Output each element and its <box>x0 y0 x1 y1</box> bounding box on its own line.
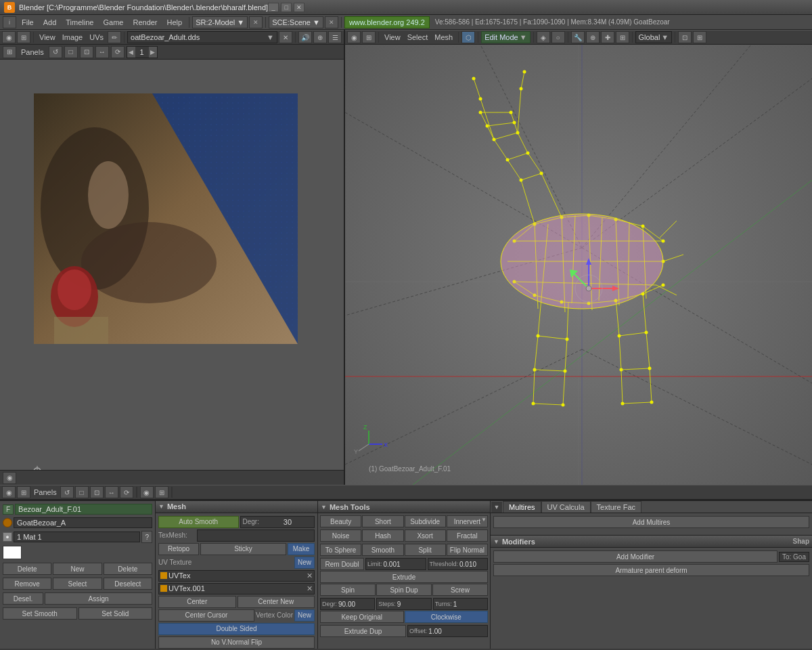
sticky-btn[interactable]: Sticky <box>200 543 286 555</box>
extrude-btn[interactable]: Extrude <box>320 571 488 583</box>
scene-name-selector[interactable]: SCE:Scene ▼ <box>269 16 323 28</box>
armature-btn[interactable]: Armature parent deform <box>493 564 809 576</box>
uv-draw-mode-icon[interactable]: ✏ <box>108 31 121 43</box>
center-new-btn[interactable]: Center New <box>238 596 315 608</box>
close-scene-icon[interactable]: ✕ <box>249 16 263 28</box>
uv-b5[interactable]: ⟳ <box>120 486 133 498</box>
menu-file[interactable]: File <box>18 17 38 28</box>
set-smooth-btn[interactable]: Set Smooth <box>3 607 77 620</box>
uv-b1[interactable]: ↺ <box>60 486 74 498</box>
uv-menu-uvs[interactable]: UVs <box>87 33 106 41</box>
tab-uv-calc[interactable]: UV Calcula <box>541 501 591 513</box>
edit-mode-selector[interactable]: Edit Mode ▼ <box>481 31 530 43</box>
uv-item-1[interactable]: UVTex ✕ <box>158 570 315 582</box>
select-mat-btn[interactable]: Select <box>53 578 102 590</box>
3d-menu-select[interactable]: Select <box>405 33 431 41</box>
uv-menu-image[interactable]: Image <box>60 33 86 41</box>
short-btn[interactable]: Short <box>362 515 403 527</box>
uv-item-2[interactable]: UVTex.001 ✕ <box>158 583 315 594</box>
smooth-btn[interactable]: Smooth <box>362 544 403 556</box>
uv-bottom-toggle[interactable]: ◉ <box>2 486 16 498</box>
new-uv-btn[interactable]: New <box>294 557 315 569</box>
delete-btn[interactable]: Delete <box>3 563 51 575</box>
3d-menu-view[interactable]: View <box>382 33 403 41</box>
uv-b4[interactable]: ↔ <box>105 486 118 498</box>
nav-next-icon[interactable]: ▶ <box>149 47 157 58</box>
auto-smooth-btn[interactable]: Auto Smooth <box>158 516 239 528</box>
layers-icon[interactable]: ⊡ <box>678 31 692 43</box>
3d-bottom-panels[interactable]: ⊞ <box>155 486 168 498</box>
fractal-btn[interactable]: Fractal <box>447 529 488 542</box>
uv-b3[interactable]: ⊡ <box>90 486 104 498</box>
uv-item-close-2[interactable]: ✕ <box>307 584 313 593</box>
multires-panel-toggle[interactable]: ▼ <box>491 501 503 513</box>
uv-menu-view[interactable]: View <box>37 33 58 41</box>
flip-normal-btn[interactable]: Flip Normal <box>447 544 488 556</box>
offset-field[interactable]: Offset: 1.00 <box>407 625 488 637</box>
steps-field[interactable]: Steps: 9 <box>376 598 431 610</box>
retopo-btn[interactable]: Retopo <box>158 543 199 555</box>
uv-icon2[interactable]: ⊕ <box>313 31 327 43</box>
make-btn[interactable]: Make <box>288 543 315 555</box>
3d-panel-icon[interactable]: ⊞ <box>362 31 376 43</box>
menu-game[interactable]: Game <box>99 17 127 28</box>
uv-bottom-panels[interactable]: ⊞ <box>17 486 30 498</box>
mat-name[interactable]: Bezoar_Adult_F.01 <box>15 504 152 515</box>
add-multires-btn[interactable]: Add Multires <box>493 516 809 528</box>
close-scene2-icon[interactable]: ✕ <box>325 16 338 28</box>
noise-btn[interactable]: Noise <box>320 529 361 542</box>
close-button[interactable]: ✕ <box>294 3 304 12</box>
to-sphere-btn[interactable]: To Sphere <box>320 544 361 556</box>
clockwise-btn[interactable]: Clockwise <box>405 611 489 623</box>
snap2-icon[interactable]: ⊕ <box>586 31 600 43</box>
modifiers-collapse-icon[interactable]: ▼ <box>493 538 499 545</box>
uv-b2[interactable]: □ <box>75 486 89 498</box>
new-mat-btn[interactable]: New <box>53 563 102 575</box>
double-sided-btn[interactable]: Double Sided <box>158 623 315 635</box>
uv-panels-icon[interactable]: ⊞ <box>3 46 16 58</box>
global-selector[interactable]: Global ▼ <box>635 31 673 43</box>
close-image-icon[interactable]: ✕ <box>279 31 292 43</box>
innervert-btn[interactable]: Innervert ▼ <box>447 515 488 527</box>
mirror-icon[interactable]: ⊞ <box>616 31 629 43</box>
uv-icon3[interactable]: ☰ <box>328 31 342 43</box>
menu-timeline[interactable]: Timeline <box>62 17 97 28</box>
image-selector[interactable]: oatBezoar_Adult.dds ▼ <box>127 31 277 43</box>
draw-type-icon[interactable]: ◈ <box>537 31 550 43</box>
tab-multires[interactable]: Multires <box>503 501 541 513</box>
xsort-btn[interactable]: Xsort <box>405 529 446 542</box>
center-cursor-btn[interactable]: Center Cursor <box>158 609 254 622</box>
proportional-icon[interactable]: ○ <box>551 31 565 43</box>
uv-nav-btn2[interactable]: □ <box>64 46 78 58</box>
uv-item-close-1[interactable]: ✕ <box>307 571 313 580</box>
3d-panel-toggle[interactable]: ◉ <box>347 31 361 43</box>
rem-doubl-btn[interactable]: Rem Doubl <box>320 558 364 570</box>
blender-url-btn[interactable]: www.blender.org 249.2 <box>344 16 430 28</box>
mesh-tools-collapse-icon[interactable]: ▼ <box>321 504 327 511</box>
3d-menu-mesh[interactable]: Mesh <box>432 33 455 41</box>
deselect-btn[interactable]: Deselect <box>104 578 152 590</box>
nav-prev-icon[interactable]: ◀ <box>127 47 135 58</box>
keep-original-btn[interactable]: Keep Original <box>320 611 404 623</box>
turns-field[interactable]: Turns: 1 <box>433 598 488 610</box>
texmesh-field[interactable] <box>197 529 315 542</box>
uv-nav-btn1[interactable]: ↺ <box>49 46 62 58</box>
subdivide-btn[interactable]: Subdivide <box>405 515 446 527</box>
desel-btn[interactable]: Desel. <box>3 592 43 605</box>
spin-dup-btn[interactable]: Spin Dup <box>376 584 432 596</box>
extrude-dup-btn[interactable]: Extrude Dup <box>320 625 406 637</box>
menu-help[interactable]: Help <box>163 17 187 28</box>
uv-panel-toggle[interactable]: ◉ <box>2 31 16 43</box>
minimize-button[interactable]: _ <box>268 3 279 12</box>
uv-nav-btn5[interactable]: ⟳ <box>111 46 125 58</box>
maximize-button[interactable]: □ <box>281 3 292 12</box>
transform-icon[interactable]: ✚ <box>601 31 614 43</box>
screw-btn[interactable]: Screw <box>432 584 488 596</box>
uv-bottom-icon[interactable]: ◉ <box>3 472 16 484</box>
3d-bottom-toggle[interactable]: ◉ <box>140 486 154 498</box>
threshold-field[interactable]: Threshold: 0.010 <box>428 558 489 570</box>
uv-nav-btn4[interactable]: ↔ <box>95 46 109 58</box>
delete2-btn[interactable]: Delete <box>104 563 152 575</box>
new-vc-btn[interactable]: New <box>294 609 315 622</box>
mat-color-swatch[interactable] <box>3 546 22 559</box>
